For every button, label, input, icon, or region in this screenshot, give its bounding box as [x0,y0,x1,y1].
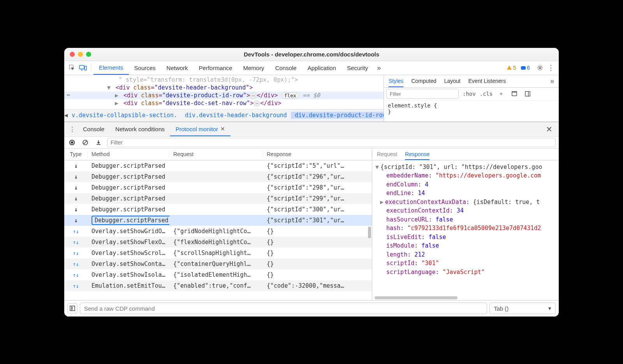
type-cell: ↑↓ [64,282,88,289]
breadcrumb-prev-icon[interactable]: ◀ [64,112,68,119]
breadcrumb-item-selected[interactable]: div.devsite-product-id-row [291,112,384,119]
styles-code[interactable]: element.style { } [384,101,559,116]
table-row[interactable]: ↓Debugger.scriptParsed{"scriptId":"296",… [64,171,372,182]
toggle-sidebar-icon[interactable] [523,89,532,98]
tab-network[interactable]: Network [161,61,194,75]
tab-event-listeners[interactable]: Event Listeners [468,78,506,84]
json-property[interactable]: endLine: 14 [375,189,556,198]
computed-styles-icon[interactable] [510,89,519,98]
expand-toggle-icon[interactable]: ▶ [115,92,118,99]
table-row[interactable]: ↑↓Overlay.setShowConta…{"containerQueryH… [64,258,372,269]
drawer-tab-network-conditions[interactable]: Network conditions [110,122,170,136]
table-row[interactable]: ↓Debugger.scriptParsed{"scriptId":"301",… [64,215,372,226]
table-row[interactable]: ↑↓Overlay.setShowGridO…{"gridNodeHighlig… [64,226,372,237]
tab-console[interactable]: Console [270,61,302,75]
tab-computed[interactable]: Computed [411,78,436,84]
col-header-response[interactable]: Response [263,151,372,157]
zoom-window-button[interactable] [86,52,91,57]
table-row[interactable]: ↓Debugger.scriptParsed{"scriptId":"300",… [64,204,372,215]
device-toolbar-icon[interactable] [77,62,88,73]
drawer-tab-protocol-monitor[interactable]: Protocol monitor ✕ [170,122,231,136]
scrollbar-thumb-horizontal[interactable] [375,296,458,299]
table-row[interactable]: ↑↓Emulation.setEmitTouc…{"enabled":true,… [64,280,372,291]
collapsed-icon[interactable]: ⋯ [253,100,260,107]
table-row[interactable]: ↓Debugger.scriptParsed{"scriptId":"5","u… [64,160,372,171]
more-tabs-icon[interactable]: » [373,62,384,73]
tab-performance[interactable]: Performance [194,61,238,75]
json-property[interactable]: hash: "c9792133d1fe6f91ca05009e213e7d074… [375,224,556,233]
save-icon[interactable] [94,138,103,147]
collapsed-icon[interactable]: ⋯ [250,93,257,99]
tab-application[interactable]: Application [302,61,341,75]
table-row[interactable]: ↑↓Overlay.setShowScroll…{"scrollSnapHigh… [64,248,372,258]
more-subtabs-icon[interactable]: » [550,77,554,85]
dom-tree[interactable]: ⋯ " style="transform: translate3d(0px, -… [64,75,384,121]
col-header-type[interactable]: Type [64,151,88,157]
tab-security[interactable]: Security [341,61,373,75]
tab-sources[interactable]: Sources [129,61,161,75]
dom-context-menu-icon[interactable]: ⋯ [67,91,70,98]
target-selector[interactable]: Tab () ▾ [489,302,556,314]
settings-icon[interactable] [535,62,546,73]
issues-badge[interactable]: 6 [521,65,530,71]
json-property[interactable]: isLiveEdit: false [375,233,556,242]
expand-toggle-icon[interactable]: ▼ [107,84,111,91]
show-editor-icon[interactable] [67,303,77,313]
new-style-rule-icon[interactable]: ＋ [496,89,506,98]
tab-styles[interactable]: Styles [389,78,403,87]
json-viewer[interactable]: ▼{scriptId: "301", url: "https://develop… [372,160,559,296]
record-icon[interactable] [67,138,77,147]
styles-filter-input[interactable] [386,89,459,99]
breadcrumb-item[interactable]: div.devsite-header-background [181,112,291,119]
breadcrumb-item[interactable]: v.devsite-collapsible-section. [68,112,181,119]
warnings-badge[interactable]: 5 [507,65,516,71]
json-property[interactable]: isModule: false [375,241,556,250]
json-property[interactable]: embedderName: "https://developers.google… [375,171,556,180]
flex-badge[interactable]: flex [282,92,299,99]
dom-line-selected[interactable]: ▶ <div class="devsite-product-id-row">⋯<… [64,91,384,99]
tab-elements[interactable]: Elements [93,61,129,75]
dom-line[interactable]: ▶ <div class="devsite-doc-set-nav-row">⋯… [64,99,384,107]
clear-icon[interactable] [81,138,90,147]
json-property[interactable]: scriptLanguage: "JavaScript" [375,268,556,277]
dom-line[interactable]: " style="transform: translate3d(0px, -72… [64,76,384,84]
protocol-filter-input[interactable] [107,138,556,147]
expand-toggle-icon[interactable]: ▶ [115,100,118,107]
cdp-command-input[interactable] [80,302,487,314]
details-tab-request[interactable]: Request [377,151,397,157]
inspect-element-icon[interactable] [67,62,77,73]
expand-toggle-icon[interactable]: ▶ [380,199,384,206]
close-drawer-icon[interactable]: ✕ [542,125,556,134]
table-row[interactable]: ↓Debugger.scriptParsed{"scriptId":"299",… [64,193,372,204]
json-property[interactable]: endColumn: 4 [375,180,556,189]
json-property[interactable]: ▶executionContextAuxData: {isDefault: tr… [375,198,556,207]
titlebar: DevTools - developer.chrome.com/docs/dev… [64,48,559,61]
table-row[interactable]: ↑↓Overlay.setShowIsolat…{"isolatedElemen… [64,269,372,280]
dom-line[interactable]: ▼ <div class="devsite-header-background"… [64,84,384,91]
drawer-menu-icon[interactable]: ⋮ [67,124,77,135]
expand-toggle-icon[interactable]: ▼ [375,164,379,171]
tab-memory[interactable]: Memory [238,61,269,75]
json-property[interactable]: executionContextId: 34 [375,206,556,215]
details-tab-response[interactable]: Response [405,151,429,160]
col-header-request[interactable]: Request [169,151,263,157]
minimize-window-button[interactable] [78,52,83,57]
json-property[interactable]: scriptId: "301" [375,259,556,268]
kebab-menu-icon[interactable]: ⋮ [546,62,556,73]
cls-toggle[interactable]: .cls [480,91,493,97]
close-window-button[interactable] [70,52,75,57]
json-property[interactable]: hasSourceURL: false [375,215,556,224]
traffic-lights [70,52,91,57]
drawer-tab-console[interactable]: Console [77,122,110,136]
hov-toggle[interactable]: :hov [463,91,476,97]
table-body[interactable]: ↓Debugger.scriptParsed{"scriptId":"5","u… [64,160,372,300]
table-row[interactable]: ↓Debugger.scriptParsed{"scriptId":"298",… [64,182,372,193]
scrollbar-thumb[interactable] [368,227,371,238]
svg-rect-3 [521,66,526,70]
close-tab-icon[interactable]: ✕ [220,126,225,132]
tab-layout[interactable]: Layout [444,78,461,84]
col-header-method[interactable]: Method [88,151,169,157]
table-row[interactable]: ↑↓Overlay.setShowFlexO…{"flexNodeHighlig… [64,237,372,248]
method-cell: Emulation.setEmitTouc… [88,282,169,289]
json-property[interactable]: length: 212 [375,250,556,259]
